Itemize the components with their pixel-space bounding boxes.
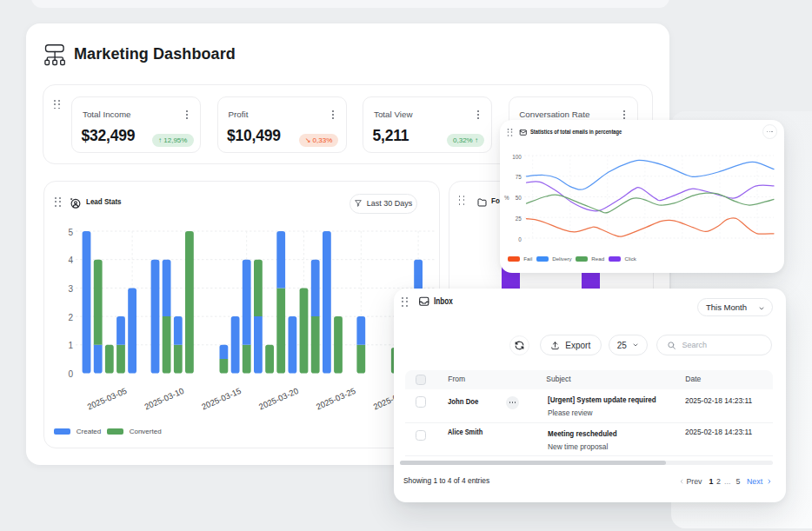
svg-text:0: 0: [68, 369, 73, 379]
svg-text:2025-03-20: 2025-03-20: [256, 386, 299, 412]
svg-text:2025-03-25: 2025-03-25: [314, 386, 356, 412]
svg-text:75: 75: [516, 174, 522, 180]
svg-text:2025-03-05: 2025-03-05: [85, 386, 128, 412]
svg-text:1: 1: [68, 341, 73, 350]
svg-text:0: 0: [518, 236, 522, 242]
svg-text:25: 25: [516, 216, 522, 222]
svg-text:50: 50: [516, 195, 522, 201]
svg-text:3: 3: [68, 284, 73, 294]
svg-text:5: 5: [68, 228, 73, 237]
svg-text:4: 4: [68, 256, 73, 265]
svg-text:2025-03-15: 2025-03-15: [200, 386, 243, 412]
svg-text:2: 2: [68, 313, 73, 322]
svg-text:100: 100: [512, 154, 522, 160]
svg-text:2025-03-10: 2025-03-10: [143, 386, 185, 412]
svg-text:%: %: [504, 195, 509, 201]
